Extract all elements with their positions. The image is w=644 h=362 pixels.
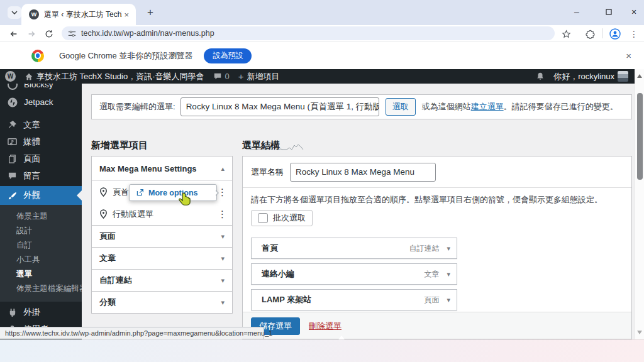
profile-button[interactable] (609, 28, 621, 40)
submenu-design[interactable]: 設計 (0, 224, 82, 238)
window-maximize-button[interactable] (599, 5, 618, 19)
sidebar-item-comments[interactable]: 留言 (0, 167, 82, 184)
maximize-icon (606, 9, 612, 15)
extensions-button[interactable] (584, 28, 596, 40)
jetpack-icon (8, 97, 18, 107)
submenu-theme-file-editor[interactable]: 佈景主題檔案編輯器 (0, 282, 82, 296)
caret-down-icon[interactable]: ▾ (447, 296, 450, 304)
mmm-row-label: 行動版選單 (113, 209, 213, 220)
tab-title: 選單 ‹ 享技水工坊 TechX Studi (44, 9, 122, 20)
sidebar-item-blocksy[interactable]: Blocksy (0, 84, 82, 93)
default-browser-infobar: Google Chrome 並非你的預設瀏覽器 設為預設 × (0, 41, 644, 69)
adminbar-account[interactable]: 你好，rockylinux (553, 71, 628, 82)
bulk-select-toggle[interactable]: 批次選取 (251, 210, 313, 226)
accordion-categories[interactable]: 分類 ▾ (92, 291, 232, 313)
accordion-title: 文章 (99, 253, 116, 264)
submenu-menus-current[interactable]: 選單 (0, 267, 82, 282)
mmm-row-mobile-menu[interactable]: 行動版選單 ⋮ (92, 203, 232, 225)
menu-name-input[interactable] (290, 163, 436, 182)
submenu-themes[interactable]: 佈景主題 (0, 209, 82, 224)
create-menu-link[interactable]: 建立選單 (471, 102, 504, 111)
scrollbar-thumb[interactable] (637, 93, 643, 180)
scroll-up-arrow-icon[interactable] (637, 74, 642, 78)
menu-item-home[interactable]: 首頁 自訂連結 ▾ (251, 238, 457, 259)
wordpress-logo-icon[interactable]: W (5, 71, 16, 82)
pushpin-icon (8, 120, 17, 129)
menu-name-label: 選單名稱 (251, 167, 284, 178)
plus-icon: + (238, 71, 244, 82)
scroll-down-arrow-icon[interactable] (637, 331, 642, 334)
adminbar-site-link[interactable]: 享技水工坊 TechX Studio，資訊·音樂人同學會 (25, 71, 204, 82)
menu-item-lamp[interactable]: LAMP 來架站 頁面 ▾ (251, 289, 457, 310)
comments-icon (213, 72, 222, 80)
kebab-menu-icon[interactable]: ⋮ (218, 209, 227, 219)
tab-search-button[interactable] (8, 6, 21, 19)
sidebar-item-media[interactable]: 媒體 (0, 133, 82, 150)
mmm-settings-accordion[interactable]: Max Mega Menu Settings ▴ (92, 156, 232, 181)
set-default-button[interactable]: 設為預設 (204, 48, 252, 63)
caret-up-icon: ▴ (221, 165, 225, 173)
sidebar-item-jetpack[interactable]: Jetpack (0, 94, 82, 111)
screen: W 選單 ‹ 享技水工坊 TechX Studi × + – × techx.i… (0, 0, 644, 362)
url-text: techx.idv.tw/wp-admin/nav-menus.php (81, 29, 214, 38)
browser-tab[interactable]: W 選單 ‹ 享技水工坊 TechX Studi × (21, 4, 136, 25)
menu-item-type: 文章 (424, 269, 439, 280)
adminbar-comments[interactable]: 0 (213, 72, 230, 81)
sidebar-item-plugins[interactable]: 外掛 (0, 304, 82, 321)
status-bubble: https://www.techx.idv.tw/wp-admin/admin.… (0, 327, 264, 339)
submenu-customize[interactable]: 自訂 (0, 238, 82, 253)
new-item-label: 新增項目 (247, 71, 280, 82)
accordion-title: 自訂連結 (99, 275, 132, 286)
blocksy-icon (8, 84, 18, 90)
structure-instruction: 請在下方將各個選單項目拖放至合適的順序。點擊選單項目右側的箭號，便會顯示更多組態… (251, 194, 602, 206)
adminbar-new-item[interactable]: + 新增項目 (238, 71, 280, 82)
sidebar-item-appearance[interactable]: 外觀 (0, 186, 82, 205)
menu-select-label: 選取需要編輯的選單: (99, 101, 175, 112)
taskbar (0, 339, 644, 362)
accordion-posts[interactable]: 文章 ▾ (92, 247, 232, 269)
menu-item-label: 首頁 (262, 243, 278, 254)
sidebar-item-posts[interactable]: 文章 (0, 116, 82, 133)
chevron-down-icon (11, 11, 18, 14)
bulk-select-checkbox[interactable] (258, 213, 268, 223)
delete-menu-link[interactable]: 刪除選單 (309, 321, 341, 332)
sidebar-item-label: 留言 (23, 170, 40, 182)
profile-icon (609, 28, 621, 40)
reload-button[interactable] (43, 28, 55, 40)
back-button[interactable] (8, 28, 20, 40)
pages-icon (8, 154, 17, 163)
external-link-icon (136, 189, 144, 197)
menu-item-contact[interactable]: 連絡小編 文章 ▾ (251, 263, 457, 285)
browser-menu-button[interactable]: ⋮ (628, 28, 640, 40)
select-menu-button[interactable]: 選取 (386, 98, 416, 116)
menu-select-dropdown[interactable]: Rocky Linux 8 Max Mega Menu (頁首選單 1, 行動版… (180, 97, 379, 116)
page-scrollbar[interactable] (635, 69, 644, 339)
infobar-close-icon[interactable]: × (626, 50, 631, 61)
reload-icon (45, 30, 53, 38)
location-pin-icon (99, 187, 108, 197)
sidebar-item-label: Jetpack (24, 97, 53, 107)
add-menu-items-heading: 新增選單項目 (91, 140, 148, 151)
sidebar-item-label: 媒體 (23, 136, 40, 148)
window-close-button[interactable]: × (625, 5, 643, 19)
notifications-bell-icon[interactable] (536, 72, 545, 81)
window-minimize-button[interactable]: – (567, 5, 586, 19)
more-options-popup[interactable]: More options (129, 184, 217, 201)
infobar-text: Google Chrome 並非你的預設瀏覽器 (59, 50, 192, 62)
submenu-widgets[interactable]: 小工具 (0, 253, 82, 267)
caret-down-icon[interactable]: ▾ (447, 270, 450, 278)
menu-name-row: 選單名稱 (243, 156, 631, 188)
accordion-custom-links[interactable]: 自訂連結 ▾ (92, 269, 232, 291)
address-bar[interactable]: techx.idv.tw/wp-admin/nav-menus.php (62, 26, 555, 40)
caret-down-icon[interactable]: ▾ (447, 244, 450, 253)
forward-button[interactable] (25, 28, 38, 40)
bookmark-button[interactable] (560, 28, 572, 40)
wp-sidebar: Blocksy Jetpack 文章 媒體 頁面 留言 外觀 佈景主題 設計 自 (0, 84, 82, 339)
new-tab-button[interactable]: + (143, 6, 157, 19)
accordion-pages[interactable]: 頁面 ▾ (92, 225, 232, 247)
home-icon (25, 72, 33, 81)
tab-close-icon[interactable]: × (122, 10, 131, 19)
bulk-select-label: 批次選取 (273, 212, 306, 224)
text-before-link: 或為這個網站 (422, 102, 471, 111)
sidebar-item-pages[interactable]: 頁面 (0, 150, 82, 167)
